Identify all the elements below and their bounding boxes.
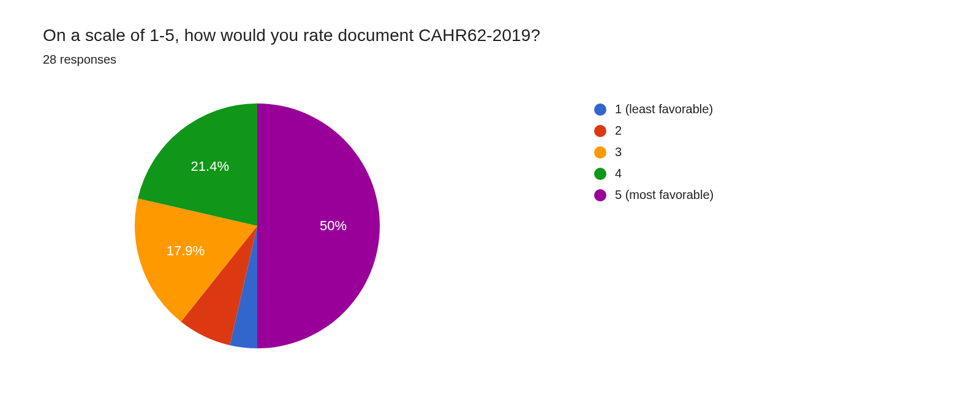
legend-label: 4 xyxy=(615,167,622,181)
legend-swatch xyxy=(594,125,606,137)
chart-legend: 1 (least favorable)2345 (most favorable) xyxy=(594,102,714,209)
response-count: 28 responses xyxy=(43,53,937,67)
legend-label: 3 xyxy=(615,145,622,159)
chart-title: On a scale of 1-5, how would you rate do… xyxy=(43,24,937,47)
pie-slice[interactable] xyxy=(257,103,380,348)
slice-label: 50% xyxy=(320,218,347,233)
legend-swatch xyxy=(594,146,606,159)
legend-item[interactable]: 3 xyxy=(594,145,714,159)
slice-label: 17.9% xyxy=(167,243,205,258)
legend-label: 1 (least favorable) xyxy=(615,102,713,116)
legend-label: 5 (most favorable) xyxy=(615,188,714,202)
legend-label: 2 xyxy=(615,124,622,138)
legend-item[interactable]: 5 (most favorable) xyxy=(594,188,714,202)
pie-chart: 50%17.9%21.4% xyxy=(129,97,386,354)
slice-label: 21.4% xyxy=(191,159,229,174)
legend-item[interactable]: 1 (least favorable) xyxy=(594,102,714,116)
legend-item[interactable]: 4 xyxy=(594,167,714,181)
legend-item[interactable]: 2 xyxy=(594,124,714,138)
legend-swatch xyxy=(594,189,606,201)
legend-swatch xyxy=(594,168,606,180)
legend-swatch xyxy=(594,103,606,116)
